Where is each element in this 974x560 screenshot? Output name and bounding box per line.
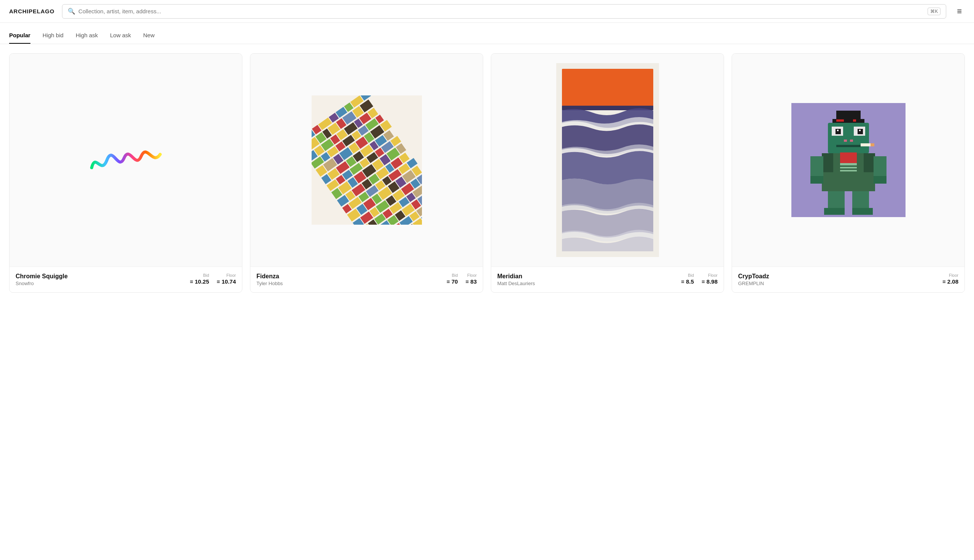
card-title: Fidenza xyxy=(256,273,444,280)
fidenza-artwork xyxy=(312,95,422,225)
svg-rect-196 xyxy=(840,167,857,168)
card-artist: GREMPLIN xyxy=(738,280,939,286)
svg-rect-169 xyxy=(836,119,844,122)
floor-label: Floor xyxy=(702,273,718,278)
tab-popular[interactable]: Popular xyxy=(9,32,30,44)
squiggle-artwork xyxy=(88,133,164,187)
card-info-meridian: Meridian Matt DesLauriers Bid ≡ 8.5 Floo… xyxy=(491,267,723,292)
card-cryptoadz[interactable]: CrypToadz GREMPLIN Floor ≡ 2.08 xyxy=(732,53,965,293)
card-image-chromie-squiggle xyxy=(10,53,242,267)
svg-rect-168 xyxy=(836,111,860,120)
bid-label: Bid xyxy=(447,273,458,278)
bid-value: ≡ 10.25 xyxy=(190,278,209,285)
svg-rect-176 xyxy=(837,130,839,131)
price-bid: Bid ≡ 10.25 xyxy=(190,273,209,285)
card-artist: Matt DesLauriers xyxy=(497,280,678,286)
card-meridian[interactable]: Meridian Matt DesLauriers Bid ≡ 8.5 Floo… xyxy=(491,53,724,293)
card-title: Meridian xyxy=(497,273,678,280)
search-kbd: ⌘K xyxy=(927,8,941,15)
price-floor: Floor ≡ 8.98 xyxy=(702,273,718,285)
tab-low-ask[interactable]: Low ask xyxy=(110,32,131,44)
card-prices: Bid ≡ 10.25 Floor ≡ 10.74 xyxy=(190,273,236,285)
svg-rect-195 xyxy=(840,163,857,165)
svg-rect-189 xyxy=(874,176,887,183)
svg-rect-178 xyxy=(844,140,847,142)
search-input[interactable] xyxy=(79,8,924,15)
tab-high-ask[interactable]: High ask xyxy=(76,32,98,44)
card-title: Chromie Squiggle xyxy=(16,273,187,280)
card-image-cryptoadz xyxy=(732,53,964,267)
price-floor: Floor ≡ 2.08 xyxy=(942,273,958,285)
card-info-chromie-squiggle: Chromie Squiggle Snowfro Bid ≡ 10.25 Flo… xyxy=(10,267,242,292)
menu-button[interactable]: ≡ xyxy=(954,5,965,18)
floor-value: ≡ 8.98 xyxy=(702,278,718,285)
header: ARCHIPELAGO 🔍 ⌘K ≡ xyxy=(0,0,974,23)
price-bid: Bid ≡ 70 xyxy=(447,273,458,285)
card-info-fidenza: Fidenza Tyler Hobbs Bid ≡ 70 Floor ≡ 83 xyxy=(251,267,483,292)
floor-label: Floor xyxy=(217,273,236,278)
card-names: Meridian Matt DesLauriers xyxy=(497,273,678,286)
card-artist: Tyler Hobbs xyxy=(256,280,444,286)
card-fidenza[interactable]: Fidenza Tyler Hobbs Bid ≡ 70 Floor ≡ 83 xyxy=(250,53,483,293)
bid-value: ≡ 8.5 xyxy=(681,278,694,285)
svg-rect-188 xyxy=(810,176,823,183)
card-chromie-squiggle[interactable]: Chromie Squiggle Snowfro Bid ≡ 10.25 Flo… xyxy=(9,53,242,293)
floor-label: Floor xyxy=(465,273,477,278)
card-image-fidenza xyxy=(251,53,483,267)
search-bar[interactable]: 🔍 ⌘K xyxy=(62,4,946,18)
bid-label: Bid xyxy=(681,273,694,278)
card-prices: Floor ≡ 2.08 xyxy=(942,273,958,285)
tab-high-bid[interactable]: High bid xyxy=(43,32,63,44)
floor-value: ≡ 2.08 xyxy=(942,278,958,285)
svg-rect-193 xyxy=(824,208,845,215)
floor-value: ≡ 83 xyxy=(465,278,477,285)
search-icon: 🔍 xyxy=(68,8,75,15)
meridian-artwork xyxy=(556,63,659,257)
card-prices: Bid ≡ 70 Floor ≡ 83 xyxy=(447,273,477,285)
svg-rect-194 xyxy=(852,208,873,215)
card-title: CrypToadz xyxy=(738,273,939,280)
nft-grid: Chromie Squiggle Snowfro Bid ≡ 10.25 Flo… xyxy=(0,44,974,302)
svg-rect-190 xyxy=(840,152,857,164)
price-floor: Floor ≡ 10.74 xyxy=(217,273,236,285)
price-bid: Bid ≡ 8.5 xyxy=(681,273,694,285)
logo: ARCHIPELAGO xyxy=(9,8,54,15)
svg-rect-184 xyxy=(822,153,833,172)
card-names: Fidenza Tyler Hobbs xyxy=(256,273,444,286)
card-image-meridian xyxy=(491,53,723,267)
floor-value: ≡ 10.74 xyxy=(217,278,236,285)
svg-rect-170 xyxy=(853,119,856,122)
svg-rect-180 xyxy=(836,145,860,147)
card-artist: Snowfro xyxy=(16,280,187,286)
svg-rect-187 xyxy=(874,156,887,177)
svg-rect-185 xyxy=(864,153,875,172)
svg-rect-179 xyxy=(850,140,853,142)
tab-new[interactable]: New xyxy=(143,32,154,44)
svg-rect-177 xyxy=(859,130,860,131)
svg-rect-164 xyxy=(562,69,653,107)
card-info-cryptoadz: CrypToadz GREMPLIN Floor ≡ 2.08 xyxy=(732,267,964,292)
svg-rect-181 xyxy=(860,143,871,147)
cryptoadz-artwork xyxy=(791,103,906,217)
price-floor: Floor ≡ 83 xyxy=(465,273,477,285)
svg-rect-182 xyxy=(870,143,874,147)
svg-rect-197 xyxy=(840,170,857,172)
tabs-nav: Popular High bid High ask Low ask New xyxy=(0,23,974,44)
svg-rect-186 xyxy=(810,156,823,177)
bid-value: ≡ 70 xyxy=(447,278,458,285)
floor-label: Floor xyxy=(942,273,958,278)
card-names: Chromie Squiggle Snowfro xyxy=(16,273,187,286)
card-names: CrypToadz GREMPLIN xyxy=(738,273,939,286)
bid-label: Bid xyxy=(190,273,209,278)
card-prices: Bid ≡ 8.5 Floor ≡ 8.98 xyxy=(681,273,718,285)
